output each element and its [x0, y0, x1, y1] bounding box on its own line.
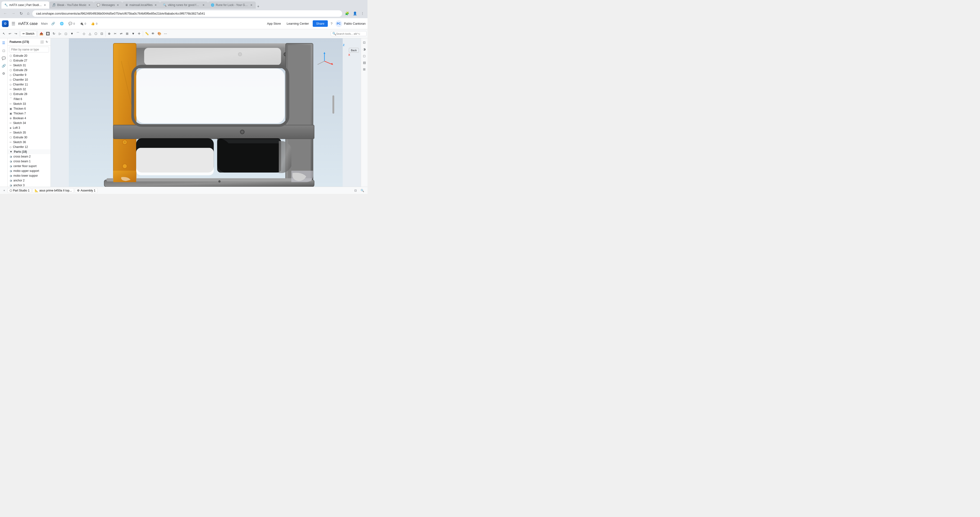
forward-button[interactable]: → — [10, 10, 17, 16]
list-item[interactable]: ◑anchor 3 — [8, 183, 51, 187]
tab-close-5[interactable]: ✕ — [202, 3, 205, 7]
toolbar-fillet-button[interactable]: ⌒ — [75, 30, 81, 37]
toolbar-appearance-button[interactable]: 🎨 — [156, 30, 162, 37]
render-mode-button[interactable]: ◻ — [361, 53, 368, 59]
list-item[interactable]: ⬡Extrude 28 — [8, 92, 51, 96]
list-item[interactable]: ⌒Fillet 6 — [8, 96, 51, 102]
sidebar-parts-button[interactable]: ◻ — [0, 47, 7, 54]
globe-button[interactable]: 🌐 — [58, 21, 65, 26]
address-input[interactable] — [32, 10, 342, 17]
bottom-fit-button[interactable]: ⊡ — [353, 188, 358, 193]
help-button[interactable]: ? — [330, 21, 334, 27]
toolbar-export-button[interactable]: 📤 — [38, 30, 45, 37]
browser-tab-active[interactable]: 🔧 mATX case | Part Studio 1 ✕ — [2, 2, 49, 9]
toolbar-mirror-button[interactable]: ⇌ — [118, 30, 124, 37]
toolbar-search[interactable]: 🔍 — [331, 31, 366, 36]
reload-button[interactable]: ↻ — [18, 10, 24, 17]
learning-center-button[interactable]: Learning Center — [285, 21, 311, 26]
toolbar-redo-button[interactable]: ↪ — [13, 30, 19, 37]
comment-count-button[interactable]: 💬 0 — [67, 21, 76, 26]
bottom-tab-part-studio[interactable]: ⬡ Part Studio 1 — [7, 188, 32, 193]
connection-count-button[interactable]: 🔌 0 — [78, 21, 88, 26]
sidebar-custom-button[interactable]: ⚙ — [0, 70, 7, 77]
sidebar-comments-button[interactable]: 💬 — [0, 54, 7, 62]
toolbar-chamfer-button[interactable]: ◇ — [81, 30, 87, 37]
list-item[interactable]: ⬡Extrude 29 — [8, 68, 51, 72]
browser-tab-5[interactable]: 🔍 viking runes for good fortune - C... ✕ — [160, 2, 208, 9]
list-item[interactable]: ◇Chamfer 9 — [8, 72, 51, 77]
toolbar-transform-button[interactable]: ✛ — [136, 30, 142, 37]
toolbar-shell-button[interactable]: ◻ — [63, 30, 69, 37]
back-view-button[interactable]: Back — [349, 48, 359, 53]
list-item[interactable]: ⬡Extrude 27 — [8, 58, 51, 63]
hamburger-menu-button[interactable]: ☰ — [11, 20, 16, 27]
list-item[interactable]: ◇Chamfer 10 — [8, 77, 51, 82]
browser-tab-4[interactable]: 🖥 mainsail.local/files ✕ — [122, 2, 160, 9]
tab-close-2[interactable]: ✕ — [88, 3, 91, 7]
sidebar-mates-button[interactable]: 🔗 — [0, 62, 7, 69]
list-item[interactable]: ⬡Extrude 20 — [8, 53, 51, 58]
list-item[interactable]: ✏Sketch 34 — [8, 121, 51, 125]
settings-button[interactable]: ⋮ — [360, 11, 366, 16]
tab-close-6[interactable]: ✕ — [250, 3, 253, 7]
toolbar-render-button[interactable]: 🔲 — [45, 30, 51, 37]
browser-tab-2[interactable]: 🎵 Bleak - YouTube Music ✕ — [49, 2, 94, 9]
browser-tab-6[interactable]: 🌐 Rune for Luck - Your Guide For ... ✕ — [208, 2, 256, 9]
list-item[interactable]: ⬡Extrude 30 — [8, 135, 51, 140]
list-item[interactable]: ◇Chamfer 12 — [8, 145, 51, 149]
add-tab-button[interactable]: + — [2, 188, 6, 193]
toolbar-thicken-button[interactable]: ⬡ — [93, 30, 99, 37]
app-store-button[interactable]: App Store — [265, 21, 283, 26]
list-item[interactable]: ▣Thicken 6 — [8, 106, 51, 111]
list-item[interactable]: ✏Sketch 31 — [8, 63, 51, 68]
bottom-tab-assembly[interactable]: ⚙ Assembly 1 — [75, 188, 98, 193]
browser-tab-3[interactable]: 💬 Messages ✕ — [94, 2, 122, 9]
bottom-tab-asus[interactable]: 📐 asus prime b450a II top... — [33, 188, 74, 193]
new-tab-button[interactable]: + — [256, 4, 261, 9]
toolbar-loft-button[interactable]: ▷ — [57, 30, 63, 37]
user-avatar[interactable]: PC — [336, 20, 342, 27]
likes-count-button[interactable]: 👍 0 — [89, 21, 99, 26]
list-item[interactable]: ⊕Boolean 4 — [8, 116, 51, 121]
toolbar-split-button[interactable]: ✂ — [113, 30, 118, 37]
toolbar-dropdown-1[interactable]: ▼ — [69, 30, 75, 37]
toolbar-more-button[interactable]: ⋯ — [163, 30, 169, 37]
3d-viewport[interactable]: Z X Back — [51, 38, 361, 187]
section-view-button[interactable]: ⊞ — [361, 66, 368, 72]
back-button[interactable]: ← — [2, 10, 9, 16]
list-item[interactable]: ◑mobo upper support — [8, 169, 51, 173]
list-item[interactable]: ◑mobo lower suppor — [8, 173, 51, 178]
toolbar-measure-button[interactable]: 📏 — [144, 30, 150, 37]
list-item[interactable]: ◑anchor 2 — [8, 178, 51, 183]
toolbar-dropdown-2[interactable]: ▼ — [130, 30, 136, 37]
bottom-zoom-button[interactable]: 🔍 — [359, 188, 366, 193]
toolbar-select-button[interactable]: ↖ — [1, 30, 7, 37]
list-item[interactable]: ✏Sketch 32 — [8, 87, 51, 92]
display-settings-button[interactable]: ⊡ — [361, 39, 368, 45]
list-item[interactable]: ✏Sketch 36 — [8, 140, 51, 145]
extensions-button[interactable]: 🧩 — [344, 11, 350, 16]
list-item[interactable]: ◑cross beam 1 — [8, 159, 51, 164]
toolbar-undo-button[interactable]: ↩ — [7, 30, 13, 37]
toolbar-display-button[interactable]: 👁 — [150, 30, 156, 37]
feature-filter-input[interactable] — [9, 47, 49, 53]
link-button[interactable]: 🔗 — [50, 21, 56, 26]
list-item[interactable]: ▣Thicken 7 — [8, 111, 51, 116]
list-item[interactable]: ◈Loft 3 — [8, 125, 51, 130]
parts-section-header[interactable]: ▼ Parts (18) — [8, 149, 51, 154]
parts-visibility-button[interactable]: ◑ — [361, 46, 368, 52]
sidebar-features-button[interactable]: ☰ — [0, 39, 7, 46]
home-button[interactable]: ⌂ — [25, 10, 31, 16]
list-item[interactable]: ✏Sketch 33 — [8, 102, 51, 106]
toolbar-draft-button[interactable]: △ — [87, 30, 93, 37]
feature-expand-button[interactable]: ⬜ — [40, 40, 44, 44]
list-item[interactable]: ✏Sketch 35 — [8, 130, 51, 135]
toolbar-offset-button[interactable]: ⊡ — [99, 30, 105, 37]
tab-close-active[interactable]: ✕ — [43, 3, 46, 7]
toolbar-boolean-button[interactable]: ⊕ — [107, 30, 112, 37]
profile-button[interactable]: 👤 — [352, 11, 358, 16]
toolbar-pattern-button[interactable]: ⊞ — [124, 30, 130, 37]
list-item[interactable]: ◇Chamfer 11 — [8, 82, 51, 87]
tab-close-4[interactable]: ✕ — [154, 3, 157, 7]
toolbar-revolve-button[interactable]: ↻ — [51, 30, 57, 37]
